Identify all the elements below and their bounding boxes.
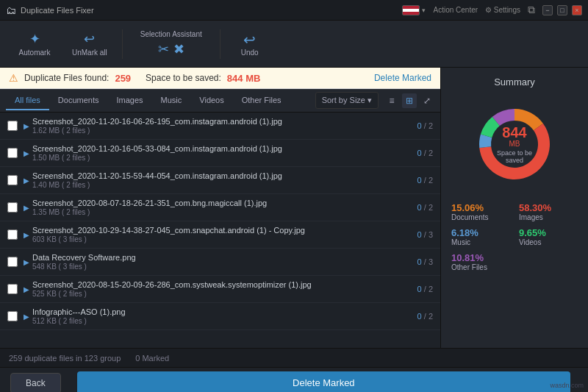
window-controls: − □ × xyxy=(542,5,582,15)
file-name: Screenshot_2020-08-15-20-09-26-286_com.s… xyxy=(32,280,417,289)
delete-marked-link[interactable]: Delete Marked xyxy=(374,73,431,83)
file-count: 0 / 2 xyxy=(417,285,433,293)
tab-documents[interactable]: Documents xyxy=(49,91,108,110)
language-label: ▾ xyxy=(422,7,426,14)
file-info: Screenshot_2020-11-20-15-59-44-054_com.i… xyxy=(32,171,417,189)
automark-button[interactable]: ✦ Automark xyxy=(9,26,60,61)
file-count-value: 0 xyxy=(417,230,422,239)
tab-videos[interactable]: Videos xyxy=(190,91,232,110)
file-expand-icon[interactable]: ▶ xyxy=(24,122,29,130)
tab-other-files[interactable]: Other Files xyxy=(233,91,290,110)
unmark-icon: ↩ xyxy=(84,31,95,47)
donut-chart: 844 MB Space to besaved xyxy=(467,96,562,192)
automark-icon: ✦ xyxy=(29,31,40,47)
file-name: Screenshot_2020-11-20-16-06-26-195_com.i… xyxy=(32,117,417,126)
sort-button[interactable]: Sort by Size ▾ xyxy=(315,92,379,109)
stat-item: 58.30% Images xyxy=(519,202,578,221)
main-content: ⚠ Duplicate Files found: 259 Space to be… xyxy=(0,68,588,348)
file-checkbox[interactable] xyxy=(7,284,18,294)
duplicate-info: 259 duplicate files in 123 group xyxy=(9,354,121,363)
file-checkbox[interactable] xyxy=(7,175,18,185)
file-name: Screenshot_2020-10-29-14-38-27-045_com.s… xyxy=(32,226,417,235)
file-info: Screenshot_2020-10-29-14-38-27-045_com.s… xyxy=(32,226,417,243)
file-name: Screenshot_2020-11-20-16-05-33-084_com.i… xyxy=(32,144,417,153)
maximize-button[interactable]: □ xyxy=(557,5,567,15)
action-center-label[interactable]: Action Center xyxy=(433,6,478,14)
undo-label: Undo xyxy=(241,49,259,57)
copy-icon: ⧉ xyxy=(528,4,535,16)
file-count-value: 0 xyxy=(417,149,422,157)
minimize-button[interactable]: − xyxy=(542,5,553,15)
stats-grid: 15.06% Documents 58.30% Images 6.18% Mus… xyxy=(448,202,581,271)
file-expand-icon[interactable]: ▶ xyxy=(24,231,29,239)
file-expand-icon[interactable]: ▶ xyxy=(24,313,29,321)
right-panel: Summary 844 MB Space to besaved 15.06% D… xyxy=(441,68,588,348)
file-count-value: 0 xyxy=(417,121,422,130)
undo-button[interactable]: ↩ Undo xyxy=(229,26,270,61)
tab-all-files[interactable]: All files xyxy=(6,91,49,110)
file-size: 1.40 MB ( 2 files ) xyxy=(32,181,417,189)
selection-icon-1[interactable]: ✂ xyxy=(158,41,169,57)
file-count-separator: / 3 xyxy=(424,257,433,266)
stat-item: 10.81% Other Files xyxy=(451,252,510,271)
file-expand-icon[interactable]: ▶ xyxy=(24,149,29,157)
stat-item: 15.06% Documents xyxy=(451,202,510,221)
file-expand-icon[interactable]: ▶ xyxy=(24,258,29,266)
file-count-value: 0 xyxy=(417,312,422,321)
stat-pct: 9.65% xyxy=(519,227,578,238)
file-count: 0 / 2 xyxy=(417,121,433,130)
file-list: ▶ Screenshot_2020-11-20-16-06-26-195_com… xyxy=(0,113,440,348)
close-button[interactable]: × xyxy=(572,5,582,15)
duplicate-count: 259 xyxy=(115,73,131,84)
list-view-button[interactable]: ≡ xyxy=(384,93,399,108)
back-button[interactable]: Back xyxy=(10,373,61,393)
file-count: 0 / 3 xyxy=(417,230,433,239)
file-count: 0 / 2 xyxy=(417,149,433,157)
file-info: Screenshot_2020-08-15-20-09-26-286_com.s… xyxy=(32,280,417,298)
file-row: ▶ Screenshot_2020-11-20-15-59-44-054_com… xyxy=(0,167,440,194)
selection-icon-2[interactable]: ✖ xyxy=(173,41,184,57)
file-expand-icon[interactable]: ▶ xyxy=(24,204,29,212)
unmark-all-button[interactable]: ↩ UnMark all xyxy=(63,26,116,61)
file-count-separator: / 2 xyxy=(424,121,433,130)
file-info: Screenshot_2020-11-20-16-05-33-084_com.i… xyxy=(32,144,417,162)
file-expand-icon[interactable]: ▶ xyxy=(24,177,29,185)
file-checkbox[interactable] xyxy=(7,311,18,321)
file-count: 0 / 3 xyxy=(417,257,433,266)
tab-images[interactable]: Images xyxy=(107,91,151,110)
file-checkbox[interactable] xyxy=(7,202,18,213)
file-row: ▶ Screenshot_2020-11-20-16-06-26-195_com… xyxy=(0,113,440,140)
file-checkbox[interactable] xyxy=(7,229,18,240)
file-checkbox[interactable] xyxy=(7,257,18,267)
file-row: ▶ Data Recovery Software.png 548 KB ( 3 … xyxy=(0,249,440,276)
settings-icon: ⚙ xyxy=(485,6,492,14)
unmark-label: UnMark all xyxy=(72,49,107,57)
tab-music[interactable]: Music xyxy=(152,91,191,110)
file-row: ▶ Screenshot_2020-10-29-14-38-27-045_com… xyxy=(0,221,440,249)
file-count-separator: / 2 xyxy=(424,285,433,293)
expand-view-button[interactable]: ⤢ xyxy=(420,93,434,108)
status-bar: 259 duplicate files in 123 group 0 Marke… xyxy=(0,348,588,367)
file-name: Screenshot_2020-08-07-18-26-21-351_com.b… xyxy=(32,199,417,207)
stat-pct: 58.30% xyxy=(519,202,578,213)
file-count-value: 0 xyxy=(417,257,422,266)
flag-icon xyxy=(402,5,420,15)
stat-item: 9.65% Videos xyxy=(519,227,578,246)
file-info: Infographic---ASO (1).png 512 KB ( 2 fil… xyxy=(32,307,417,325)
selection-assistant-label: Selection Assistant xyxy=(140,30,202,38)
file-checkbox[interactable] xyxy=(7,148,18,158)
stat-label: Music xyxy=(451,238,510,246)
file-row: ▶ Screenshot_2020-11-20-16-05-33-084_com… xyxy=(0,140,440,167)
grid-view-button[interactable]: ⊞ xyxy=(402,93,417,108)
file-expand-icon[interactable]: ▶ xyxy=(24,285,29,293)
language-selector[interactable]: ▾ xyxy=(402,5,426,15)
file-row: ▶ Infographic---ASO (1).png 512 KB ( 2 f… xyxy=(0,303,440,330)
marked-info: 0 Marked xyxy=(135,354,169,363)
stat-pct: 15.06% xyxy=(451,202,510,213)
file-count-value: 0 xyxy=(417,203,422,212)
settings-label[interactable]: ⚙ Settings xyxy=(485,6,520,14)
selection-assistant: Selection Assistant ✂ ✖ xyxy=(129,26,214,62)
delete-marked-button[interactable]: Delete Marked xyxy=(77,371,570,392)
file-count-separator: / 2 xyxy=(424,149,433,157)
file-checkbox[interactable] xyxy=(7,121,18,131)
